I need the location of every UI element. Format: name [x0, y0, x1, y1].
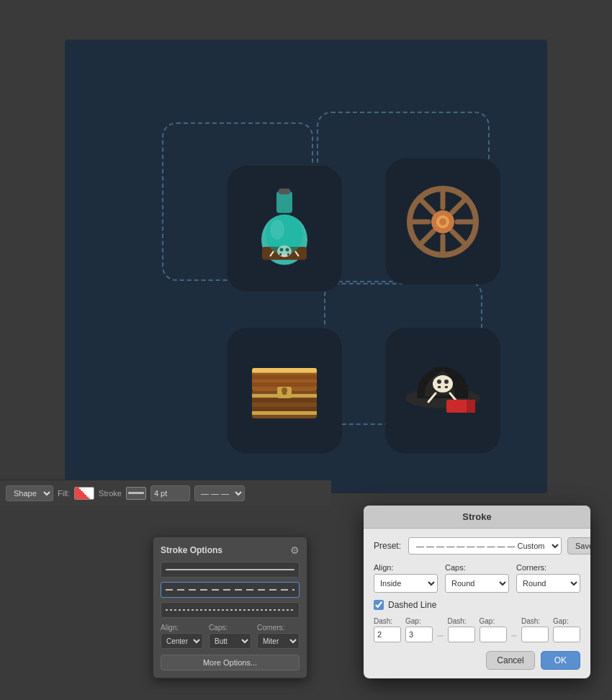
svg-point-12 [266, 214, 303, 254]
corners-control-group: Corners: Miter [257, 624, 300, 649]
dash-gap-row: Dash: Gap: Dash: Gap: Dash: Gap [374, 617, 580, 642]
cancel-button[interactable]: Cancel [486, 651, 534, 670]
icon-card-wheel[interactable] [385, 158, 500, 284]
caps-select-dialog[interactable]: Round [445, 574, 509, 593]
gap2-label: Gap: [480, 617, 507, 625]
svg-rect-32 [252, 382, 317, 387]
caps-control-group: Caps: Butt [209, 624, 251, 649]
stroke-dialog-body: Preset: — — — — — — — — — — Custom Save … [364, 529, 590, 678]
dash2-input[interactable] [448, 627, 475, 642]
dash3-label: Dash: [521, 617, 549, 625]
caps-group: Caps: Round [445, 563, 509, 593]
svg-rect-27 [252, 407, 317, 411]
shape-select[interactable]: Shape [6, 485, 53, 501]
caps-select[interactable]: Butt [209, 633, 251, 649]
gap3-label: Gap: [553, 617, 580, 625]
save-button[interactable]: Save [567, 537, 590, 555]
corners-label: Corners: [516, 563, 580, 572]
svg-rect-31 [252, 375, 317, 380]
dash-gap-separator [437, 635, 444, 637]
svg-rect-29 [252, 411, 317, 415]
stroke-options-controls: Align: Center Caps: Butt Corners: Miter [161, 624, 300, 649]
dash2-group: Dash: [448, 617, 475, 642]
gear-icon[interactable]: ⚙ [290, 544, 300, 556]
stroke-line-preview [128, 492, 144, 494]
align-group: Align: Inside [374, 563, 438, 593]
svg-rect-37 [282, 390, 287, 395]
gap2-input[interactable] [480, 627, 507, 642]
dash1-label: Dash: [374, 617, 401, 625]
svg-line-20 [452, 198, 467, 212]
dash3-group: Dash: [521, 617, 549, 642]
corners-select[interactable]: Miter [257, 633, 300, 649]
dash3-input[interactable] [521, 627, 549, 642]
preset-row: Preset: — — — — — — — — — — Custom Save [374, 537, 580, 555]
dotted-line-option[interactable] [161, 602, 300, 618]
align-caps-corners-row: Align: Inside Caps: Round Corners: Round [374, 563, 580, 593]
align-select-dialog[interactable]: Inside [374, 574, 438, 593]
potion-svg [252, 187, 317, 266]
gap2-group: Gap: [480, 617, 507, 642]
more-options-button[interactable]: More Options... [161, 655, 300, 670]
corners-select-dialog[interactable]: Round [516, 574, 580, 593]
caps-control-label: Caps: [209, 624, 251, 632]
stroke-options-header: Stroke Options ⚙ [161, 544, 300, 556]
gap1-label: Gap: [405, 617, 433, 625]
chest-svg [248, 362, 320, 420]
stroke-dialog-titlebar: Stroke [364, 506, 590, 529]
svg-point-40 [437, 380, 441, 384]
icon-card-chest[interactable] [227, 328, 342, 454]
wheel-svg [407, 186, 479, 258]
svg-line-19 [452, 231, 467, 246]
stroke-style-select[interactable]: — — — [194, 485, 245, 501]
stroke-label: Stroke [99, 489, 122, 498]
dash1-group: Dash: [374, 617, 401, 642]
fill-color-swatch[interactable] [74, 487, 94, 500]
dashed-line-option[interactable] [161, 582, 300, 598]
svg-rect-43 [441, 384, 445, 388]
preset-select[interactable]: — — — — — — — — — — Custom [408, 537, 562, 555]
canvas [65, 40, 547, 493]
dashed-line-checkbox[interactable] [374, 600, 384, 610]
svg-rect-11 [279, 188, 290, 194]
align-control-group: Align: Center [161, 624, 203, 649]
icon-card-potion[interactable] [227, 166, 342, 292]
svg-rect-26 [252, 398, 317, 403]
stroke-dialog: Stroke Preset: — — — — — — — — — — Custo… [364, 506, 590, 678]
corners-control-label: Corners: [257, 624, 300, 632]
corners-group: Corners: Round [516, 563, 580, 593]
solid-line-preview [166, 569, 294, 570]
stroke-dialog-title: Stroke [462, 511, 491, 522]
dash2-label: Dash: [448, 617, 475, 625]
svg-point-41 [444, 380, 449, 384]
svg-marker-47 [467, 400, 475, 413]
stroke-options-title: Stroke Options [161, 545, 222, 555]
stroke-options-panel: Stroke Options ⚙ Align: Center Caps: But… [153, 537, 307, 678]
fill-label: Fill: [58, 489, 70, 498]
align-select[interactable]: Center [161, 633, 203, 649]
pirate-svg [403, 355, 482, 427]
svg-line-21 [419, 231, 433, 246]
preset-label: Preset: [374, 541, 402, 551]
svg-rect-34 [252, 368, 317, 372]
ok-button[interactable]: OK [541, 651, 580, 670]
dotted-line-preview [166, 609, 294, 611]
gap3-input[interactable] [553, 627, 580, 642]
gap1-group: Gap: [405, 617, 433, 642]
dialog-buttons: Cancel OK [374, 651, 580, 670]
dashed-line-row: Dashed Line [374, 600, 580, 610]
toolbar: Shape Fill: Stroke — — — [0, 480, 331, 506]
svg-rect-0 [276, 191, 292, 212]
dashed-line-label: Dashed Line [388, 600, 436, 610]
icon-card-pirate[interactable] [385, 328, 500, 454]
solid-line-option[interactable] [161, 562, 300, 578]
dash1-input[interactable] [374, 627, 401, 642]
caps-label: Caps: [445, 563, 509, 572]
dash-gap-separator-2 [511, 635, 518, 637]
stroke-color-swatch[interactable] [126, 487, 146, 500]
gap3-group: Gap: [553, 617, 580, 642]
gap1-input[interactable] [405, 627, 433, 642]
svg-point-24 [439, 218, 446, 225]
stroke-pt-input[interactable] [150, 485, 190, 501]
dashed-line-preview [166, 589, 294, 591]
